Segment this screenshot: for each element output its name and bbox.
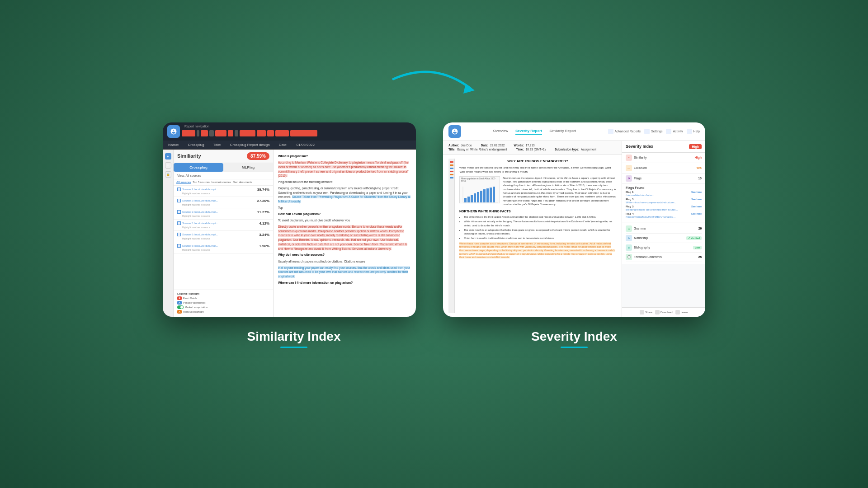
flag-1-see-here[interactable]: See here <box>691 191 702 193</box>
nav-icon-3[interactable]: 🔒 <box>165 171 171 178</box>
nav-action-activity[interactable]: Activity <box>666 129 683 134</box>
left-panel: Report navigation Na <box>163 122 416 317</box>
fact-4: Rhino horn is used in traditional Asian … <box>464 236 616 240</box>
legend-removed-highlight: A Removed highlight <box>177 310 269 314</box>
nav-action-settings[interactable]: Settings <box>644 129 662 134</box>
source-url-3: Source 3: local.utexb.hump/... <box>182 211 256 213</box>
source-item-4: Source 5: local.utexb.hump/... 4.12% Hig… <box>174 220 273 231</box>
flag-4-see-here[interactable]: See here <box>691 212 702 215</box>
svg-rect-10 <box>486 188 489 202</box>
share-label: Share <box>645 311 652 314</box>
source-pct-5: 3.24% <box>259 233 269 237</box>
flag-3b-link[interactable]: Breeding-females-are-prevented-from-sour… <box>626 208 702 211</box>
northern-facts: NORTHERN WHITE RHINO FACTS The white rhi… <box>459 209 616 240</box>
flag-3a-link[interactable]: White-rhinos-have-complex-social-structu… <box>626 201 702 204</box>
help-icon <box>687 129 692 134</box>
legend-title: Legend Highlight <box>177 292 269 295</box>
download-button[interactable]: Download <box>655 310 673 314</box>
nav-tab-overview[interactable]: Overview <box>493 128 508 135</box>
rhino-chart: Rhino population in South Africa 2007-20… <box>459 176 500 203</box>
right-panel: Overview Severity Report Similarity Repo… <box>443 122 705 317</box>
flag-3b-header: Flag 3: See here <box>626 205 702 208</box>
svg-rect-6 <box>474 193 476 202</box>
share-button[interactable]: Share <box>640 310 652 314</box>
source-highlight-5: Highlight matches in source <box>177 237 269 240</box>
nav-action-advanced[interactable]: Advanced Reports <box>608 129 641 134</box>
source-checkbox-2[interactable] <box>177 199 181 202</box>
source-checkbox-5[interactable] <box>177 233 181 236</box>
right-doc-meta-row1: Author: Joe Doe Date: 22.02.2022 Words: … <box>448 144 616 147</box>
source-url-5: Source 6: local.utexb.hump/... <box>182 233 258 236</box>
meta-submission: Submission type: Assignment <box>555 148 596 151</box>
flags-metric-value: 10 <box>698 177 702 180</box>
doc-section-4-title: Where can I find more information on pla… <box>278 281 411 286</box>
flag-1: Flag 1: See here rhinos-while-rhino-fact… <box>626 191 702 197</box>
nav-tab-severity[interactable]: Severity Report <box>515 128 542 135</box>
flag-4-link[interactable]: rhino/territorial/facts/90r/B4rfBb4/Tsc/… <box>626 216 702 218</box>
metric-grammar: G Grammar 26 <box>626 224 702 234</box>
metric-flags: ⚑ Flags 10 <box>622 174 705 184</box>
marked-quotation-toggle[interactable] <box>177 305 184 309</box>
nav-icon-2[interactable]: ⬇ <box>165 162 171 169</box>
doc-section-3-title: Why do I need to cite sources? <box>278 253 411 258</box>
severity-index-header: Severity Index High <box>622 141 705 153</box>
source-checkbox-3[interactable] <box>177 210 181 214</box>
right-panel-nav: Overview Severity Report Similarity Repo… <box>443 122 705 141</box>
strip-blue-2 <box>450 177 453 178</box>
source-filter-tabs: All sources Top 5 sources Internet sourc… <box>174 179 273 186</box>
similarity-metric-label: Similarity <box>634 156 693 159</box>
flag-3b-see-here[interactable]: See here <box>691 205 702 208</box>
left-panel-header: Name: Crossplug Title: Crossplug Report … <box>163 141 416 150</box>
nav-action-help[interactable]: Help <box>687 129 700 134</box>
svg-rect-11 <box>490 188 492 202</box>
fact-1: The white rhino is the third largest Afr… <box>464 215 616 219</box>
tab-crossplug[interactable]: Crossplug <box>174 163 223 172</box>
doc-para-4: To avoid plagiarism, you must give credi… <box>278 218 411 223</box>
fact-3: The wide mouth is an adaptation that hel… <box>464 228 616 236</box>
doc-text-panel: What is plagiarism? According to Merriam… <box>273 150 416 317</box>
source-checkbox-6[interactable] <box>177 244 181 248</box>
similarity-header: Similiarity 87.59% <box>174 150 273 163</box>
filter-internet[interactable]: Internet sources <box>212 181 231 184</box>
svg-rect-4 <box>467 197 470 202</box>
bibliography-value: Low <box>693 246 702 249</box>
fact-2: White rhinos are not actually white, but… <box>464 220 616 227</box>
view-all-sources[interactable]: View: All sources <box>174 172 273 179</box>
source-checkbox-1[interactable] <box>177 188 181 191</box>
doc-sidebar-text: Also known as the square-lipped rhinocer… <box>503 176 616 206</box>
source-pct-4: 4.12% <box>259 221 269 225</box>
doc-para-2: Plagiarism includes the following offens… <box>278 180 411 184</box>
nav-icon-1[interactable]: ◈ <box>165 153 171 160</box>
advanced-icon <box>608 129 613 134</box>
severity-footer: Share Download Learn <box>622 307 705 317</box>
severity-index-label: Severity Index <box>448 329 701 344</box>
meta-author: Author: Joe Doe <box>448 144 472 147</box>
right-doc-header: Author: Joe Doe Date: 22.02.2022 Words: … <box>443 141 622 155</box>
nav-settings-label: Settings <box>651 130 662 133</box>
filter-all[interactable]: All sources <box>176 181 191 184</box>
source-highlight-1: Highlight matches in source <box>177 192 269 195</box>
learn-button[interactable]: Learn <box>675 310 688 314</box>
svg-rect-3 <box>464 198 467 202</box>
filter-own[interactable]: Own documents <box>233 181 252 184</box>
flags-icon: ⚑ <box>626 175 632 182</box>
name-label: Name: <box>168 143 179 147</box>
similarity-score: 87.59% <box>247 152 269 160</box>
source-pct-1: 39.74% <box>257 188 269 192</box>
flag-3a: Flag 3: See here White-rhinos-have-compl… <box>626 198 702 204</box>
doc-para-5: Directly quote another person's written … <box>278 225 411 251</box>
flag-1-link[interactable]: rhinos-while-rhino-facts-... <box>626 194 702 197</box>
collusion-metric-value: Yes <box>696 166 702 169</box>
severity-sidebar: Severity Index High ≈ Similarity High ⋯ … <box>622 141 705 317</box>
svg-rect-5 <box>471 195 473 202</box>
tab-mlplag[interactable]: MLPlag <box>223 163 273 172</box>
arrow-container <box>389 70 479 106</box>
flag-3a-see-here[interactable]: See here <box>691 198 702 201</box>
source-highlight-4: Highlight matches in source <box>177 226 269 229</box>
doc-para-1: According to Merriam-Webster's Collegiat… <box>278 160 411 178</box>
date-label-right: Date: <box>481 144 488 147</box>
nav-tab-similarity[interactable]: Similarity Report <box>549 128 576 135</box>
filter-top5[interactable]: Top 5 sources <box>193 181 209 184</box>
source-checkbox-4[interactable] <box>177 221 181 225</box>
feedback-icon: 💬 <box>626 254 632 260</box>
